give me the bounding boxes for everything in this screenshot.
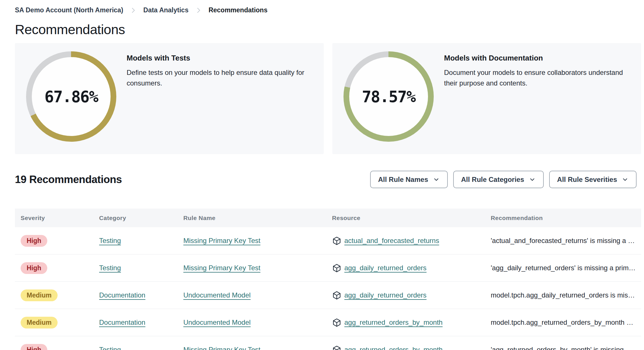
resource-cell: agg_returned_orders_by_month [332,318,491,327]
column-header-rule-name: Rule Name [183,215,332,221]
filter-label: All Rule Names [378,176,428,184]
category-link[interactable]: Testing [99,264,121,272]
documentation-percent-value: 78.57% [362,88,415,106]
card-title: Models with Documentation [444,54,627,63]
resource-cell: agg_returned_orders_by_month [332,345,491,350]
category-cell: Documentation [99,291,183,299]
category-cell: Testing [99,346,183,350]
rule-name-cell: Undocumented Model [183,291,332,299]
recommendation-cell: 'actual_and_forecasted_returns' is missi… [491,237,641,245]
severity-cell: High [21,344,99,350]
resource-cell: actual_and_forecasted_returns [332,236,491,246]
column-header-category: Category [99,215,183,221]
recommendation-cell: model.tpch.agg_returned_orders_by_month … [491,318,641,326]
card-title: Models with Tests [127,54,310,63]
cube-icon [332,263,341,273]
rule-name-link[interactable]: Undocumented Model [183,318,251,326]
category-link[interactable]: Testing [99,237,121,244]
card-description: Define tests on your models to help ensu… [127,67,310,88]
documentation-donut-chart: 78.57% [343,51,434,142]
resource-link[interactable]: agg_returned_orders_by_month [344,346,443,350]
table-row: High Testing Missing Primary Key Test ac… [15,227,641,254]
resource-link[interactable]: actual_and_forecasted_returns [344,237,439,245]
recommendation-text: 'agg_returned_orders_by_month' is missin… [491,346,633,350]
table-row: High Testing Missing Primary Key Test ag… [15,254,641,282]
chevron-down-icon [529,176,536,183]
breadcrumb-item-project[interactable]: Data Analytics [143,6,189,14]
rule-name-link[interactable]: Undocumented Model [183,291,251,299]
rule-name-cell: Missing Primary Key Test [183,264,332,272]
rule-name-link[interactable]: Missing Primary Key Test [183,346,260,350]
chevron-down-icon [433,176,440,183]
filter-label: All Rule Severities [557,176,617,184]
rule-categories-filter-dropdown[interactable]: All Rule Categories [453,171,544,188]
donut-hole: 78.57% [349,57,428,136]
recommendation-cell: 'agg_returned_orders_by_month' is missin… [491,346,641,350]
recommendations-page: SA Demo Account (North America) Data Ana… [0,0,644,350]
resource-link[interactable]: agg_returned_orders_by_month [344,318,443,326]
chevron-down-icon [622,176,629,183]
tests-donut-chart: 67.86% [26,51,116,142]
list-header: 19 Recommendations All Rule Names All Ru… [15,165,641,194]
filters: All Rule Names All Rule Categories All R… [370,171,637,188]
recommendation-text: 'agg_daily_returned_orders' is missing a… [491,264,635,272]
column-header-recommendation: Recommendation [491,215,641,221]
category-link[interactable]: Testing [99,346,121,350]
rule-name-cell: Undocumented Model [183,318,332,326]
chevron-right-icon [195,7,202,14]
cube-icon [332,291,341,300]
resource-cell: agg_daily_returned_orders [332,291,491,300]
severity-cell: Medium [21,289,99,301]
recommendation-text: 'actual_and_forecasted_returns' is missi… [491,237,635,244]
metric-cards: 67.86% Models with Tests Define tests on… [15,43,641,154]
severity-badge: High [21,235,47,247]
table-body: High Testing Missing Primary Key Test ac… [15,227,641,350]
severity-badge: Medium [21,289,58,301]
resource-cell: agg_daily_returned_orders [332,263,491,273]
card-models-with-tests: 67.86% Models with Tests Define tests on… [15,43,324,154]
table-row: High Testing Missing Primary Key Test ag… [15,336,641,350]
category-cell: Testing [99,237,183,245]
recommendations-count: 19 Recommendations [15,174,122,186]
breadcrumb-item-current: Recommendations [209,6,268,14]
breadcrumb: SA Demo Account (North America) Data Ana… [15,6,641,14]
recommendation-cell: model.tpch.agg_daily_returned_orders is … [491,291,641,299]
card-models-with-documentation: 78.57% Models with Documentation Documen… [332,43,641,154]
resource-link[interactable]: agg_daily_returned_orders [344,264,427,272]
table-header-row: Severity Category Rule Name Resource Rec… [15,209,641,227]
severity-badge: High [21,262,47,274]
table-row: Medium Documentation Undocumented Model … [15,282,641,309]
category-cell: Documentation [99,318,183,326]
page-title: Recommendations [15,22,641,37]
category-link[interactable]: Documentation [99,318,145,326]
category-link[interactable]: Documentation [99,291,145,299]
table-row: Medium Documentation Undocumented Model … [15,309,641,336]
rule-name-cell: Missing Primary Key Test [183,346,332,350]
recommendations-table: Severity Category Rule Name Resource Rec… [15,209,641,350]
severity-badge: High [21,344,47,350]
filter-label: All Rule Categories [461,176,524,184]
column-header-severity: Severity [21,215,99,221]
card-text: Models with Documentation Document your … [444,54,627,88]
severity-cell: Medium [21,317,99,328]
card-description: Document your models to ensure collabora… [444,67,627,88]
rule-names-filter-dropdown[interactable]: All Rule Names [370,171,448,188]
severity-cell: High [21,235,99,247]
recommendation-text: model.tpch.agg_daily_returned_orders is … [491,291,635,299]
donut-hole: 67.86% [32,57,111,136]
rule-severities-filter-dropdown[interactable]: All Rule Severities [549,171,637,188]
rule-name-cell: Missing Primary Key Test [183,237,332,245]
cube-icon [332,236,341,246]
cube-icon [332,318,341,327]
resource-link[interactable]: agg_daily_returned_orders [344,291,427,299]
column-header-resource: Resource [332,215,491,221]
breadcrumb-item-account[interactable]: SA Demo Account (North America) [15,6,123,14]
tests-percent-value: 67.86% [44,88,98,106]
chevron-right-icon [129,7,137,14]
rule-name-link[interactable]: Missing Primary Key Test [183,237,260,244]
card-text: Models with Tests Define tests on your m… [127,54,310,88]
severity-cell: High [21,262,99,274]
severity-badge: Medium [21,317,58,328]
rule-name-link[interactable]: Missing Primary Key Test [183,264,260,272]
category-cell: Testing [99,264,183,272]
